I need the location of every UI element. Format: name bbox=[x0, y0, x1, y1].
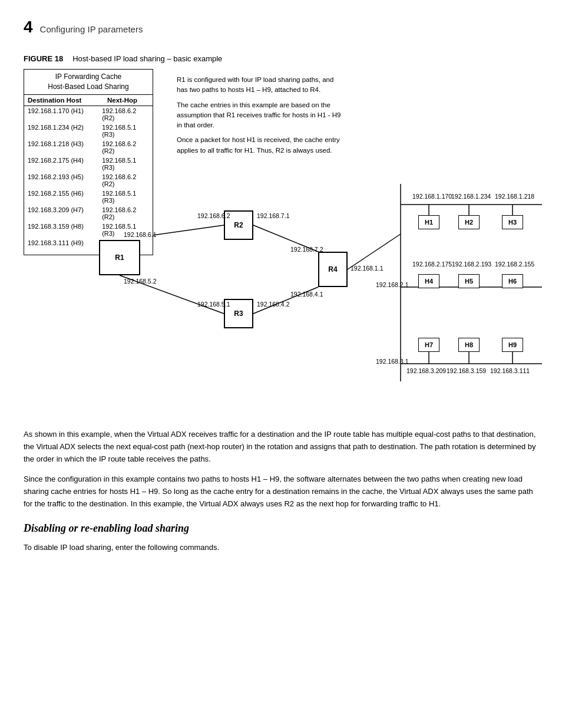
cache-dest-7: 192.168.3.159 (H8) bbox=[24, 222, 98, 238]
host-h2: H2 bbox=[458, 215, 480, 229]
cache-dest-1: 192.168.1.234 (H2) bbox=[24, 123, 98, 139]
host-h4: H4 bbox=[418, 274, 439, 288]
chapter-number: 4 bbox=[24, 18, 33, 37]
ip-r4-bottom: 192.168.4.1 bbox=[290, 291, 323, 298]
cache-dest-0: 192.168.1.170 (H1) bbox=[24, 107, 98, 122]
ip-r3-left: 192.168.5.1 bbox=[197, 301, 230, 308]
section-para: To disable IP load sharing, enter the fo… bbox=[24, 542, 538, 554]
cache-nexthop-6: 192.168.6.2 (R2) bbox=[98, 206, 153, 221]
cache-row-0: 192.168.1.170 (H1)192.168.6.2 (R2) bbox=[24, 106, 153, 123]
chapter-header: 4 Configuring IP parameters bbox=[24, 18, 538, 37]
cache-table-header: IP Forwarding Cache Host-Based Load Shar… bbox=[24, 70, 153, 95]
section-heading: Disabling or re-enabling load sharing bbox=[24, 522, 538, 535]
router-r1-label: R1 bbox=[115, 253, 124, 262]
ip-r2-left: 192.168.6.2 bbox=[197, 212, 230, 219]
cache-row-6: 192.168.3.209 (H7)192.168.6.2 (R2) bbox=[24, 205, 153, 222]
figure-label-row: FIGURE 18 Host-based IP load sharing – b… bbox=[24, 54, 538, 63]
ip-r4-right: 192.168.1.1 bbox=[351, 265, 383, 272]
figure-caption: Host-based IP load sharing – basic examp… bbox=[72, 54, 222, 63]
cache-dest-5: 192.168.2.155 (H6) bbox=[24, 189, 98, 205]
router-r4-label: R4 bbox=[328, 265, 337, 274]
annotation-2: The cache entries in this example are ba… bbox=[177, 100, 342, 131]
figure-label: FIGURE 18 bbox=[24, 54, 63, 63]
ip-net-right2: 192.168.3.1 bbox=[376, 358, 408, 365]
ip-h4: 192.168.2.175 bbox=[412, 261, 452, 268]
ip-h7-below: 192.168.3.209 bbox=[406, 367, 446, 374]
cache-nexthop-0: 192.168.6.2 (R2) bbox=[98, 107, 153, 122]
router-r4: R4 bbox=[318, 252, 348, 287]
host-h5: H5 bbox=[458, 274, 480, 288]
cache-row-4: 192.168.2.193 (H5)192.168.6.2 (R2) bbox=[24, 172, 153, 189]
ip-r4-top: 192.168.7.2 bbox=[290, 246, 323, 253]
ip-h2: 192.168.1.234 bbox=[451, 193, 491, 200]
cache-dest-6: 192.168.3.209 (H7) bbox=[24, 206, 98, 221]
cache-dest-3: 192.168.2.175 (H4) bbox=[24, 156, 98, 172]
cache-nexthop-2: 192.168.6.2 (R2) bbox=[98, 140, 153, 155]
host-h6: H6 bbox=[502, 274, 523, 288]
cache-row-1: 192.168.1.234 (H2)192.168.5.1 (R3) bbox=[24, 123, 153, 139]
annotation-1: R1 is configured with four IP load shari… bbox=[177, 75, 342, 95]
cache-nexthop-3: 192.168.5.1 (R3) bbox=[98, 156, 153, 172]
host-h8: H8 bbox=[458, 338, 480, 352]
cache-table: IP Forwarding Cache Host-Based Load Shar… bbox=[24, 69, 153, 255]
host-h7: H7 bbox=[418, 338, 439, 352]
annotation-block: R1 is configured with four IP load shari… bbox=[177, 75, 342, 160]
cache-nexthop-1: 192.168.5.1 (R3) bbox=[98, 123, 153, 139]
cache-header-line1: IP Forwarding Cache bbox=[28, 72, 149, 82]
ip-r1-bottom: 192.168.5.2 bbox=[124, 278, 156, 285]
ip-r3-right: 192.168.4.2 bbox=[257, 301, 289, 308]
ip-net-right1: 192.168.2.1 bbox=[376, 281, 408, 288]
ip-h6: 192.168.2.155 bbox=[495, 261, 534, 268]
host-h1: H1 bbox=[418, 215, 439, 229]
annotation-3: Once a packet for host H1 is received, t… bbox=[177, 135, 342, 156]
cache-dest-2: 192.168.1.218 (H3) bbox=[24, 140, 98, 155]
cache-row-3: 192.168.2.175 (H4)192.168.5.1 (R3) bbox=[24, 156, 153, 172]
ip-r2-right: 192.168.7.1 bbox=[257, 212, 289, 219]
cache-row-5: 192.168.2.155 (H6)192.168.5.1 (R3) bbox=[24, 189, 153, 205]
cache-dest-4: 192.168.2.193 (H5) bbox=[24, 173, 98, 188]
cache-nexthop-4: 192.168.6.2 (R2) bbox=[98, 173, 153, 188]
ip-h1: 192.168.1.170 bbox=[412, 193, 452, 200]
ip-r1-top: 192.168.6.1 bbox=[124, 231, 156, 238]
cache-dest-8: 192.168.3.111 (H9) bbox=[24, 239, 98, 254]
col-dest-header: Destination Host bbox=[24, 95, 104, 106]
col-nexthop-header: Next-Hop bbox=[104, 95, 141, 106]
body-para-2: Since the configuration in this example … bbox=[24, 473, 538, 510]
body-para-1: As shown in this example, when the Virtu… bbox=[24, 429, 538, 465]
host-h9: H9 bbox=[502, 338, 523, 352]
router-r2-label: R2 bbox=[234, 221, 243, 229]
host-h3: H3 bbox=[502, 215, 523, 229]
cache-table-columns: Destination Host Next-Hop bbox=[24, 95, 153, 106]
cache-row-2: 192.168.1.218 (H3)192.168.6.2 (R2) bbox=[24, 139, 153, 156]
ip-h9-below: 192.168.3.111 bbox=[490, 367, 530, 374]
ip-h3: 192.168.1.218 bbox=[495, 193, 534, 200]
router-r1: R1 bbox=[99, 240, 140, 275]
cache-nexthop-5: 192.168.5.1 (R3) bbox=[98, 189, 153, 205]
diagram-container: IP Forwarding Cache Host-Based Load Shar… bbox=[24, 69, 542, 417]
ip-h8-below: 192.168.3.159 bbox=[447, 367, 486, 374]
cache-header-line2: Host-Based Load Sharing bbox=[28, 82, 149, 92]
router-r3-label: R3 bbox=[234, 309, 243, 318]
svg-line-5 bbox=[348, 234, 401, 269]
ip-h5: 192.168.2.193 bbox=[452, 261, 491, 268]
chapter-title: Configuring IP parameters bbox=[40, 24, 143, 34]
